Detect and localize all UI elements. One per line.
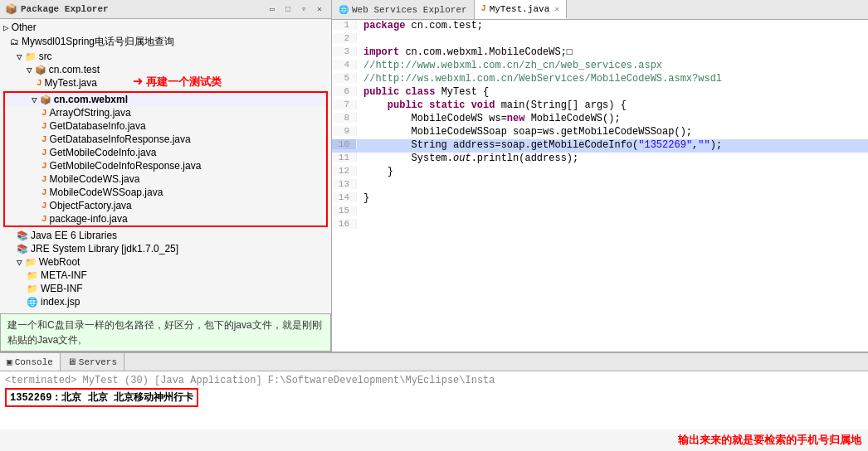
tab-label-mytest-java: MyTest.java <box>490 4 550 14</box>
tree-item-webroot[interactable]: ▽ 📁 WebRoot <box>0 255 331 269</box>
file-tree: ▷ Other 🗂 Mywsdl01Spring电话号归属地查询 ▽ 📁 src <box>0 19 331 313</box>
sidebar-bottom-annotation: 建一个和C盘目录一样的包名路径，好区分，包下的java文件，就是刚刚粘贴的Jav… <box>0 313 331 352</box>
code-line-4: 4 //http://www.webxml.com.cn/zh_cn/web_s… <box>332 60 868 73</box>
tree-item-getdatabaseinforesponse[interactable]: J GetDatabaseInfoResponse.java <box>5 133 326 146</box>
code-line-7: 7 public static void main(String[] args)… <box>332 99 868 113</box>
java-file-icon-1: J <box>41 108 47 118</box>
tree-item-getmobilecodeinforesponse[interactable]: J GetMobileCodeInfoResponse.java <box>5 159 326 172</box>
terminated-text: <terminated> MyTest (30) [Java Applicati… <box>5 375 495 386</box>
tree-item-indexjsp[interactable]: 🌐 index.jsp <box>0 295 331 308</box>
code-line-8: 8 MobileCodeWS ws=new MobileCodeWS(); <box>332 113 868 126</box>
code-line-10: 10 String address=soap.getMobileCodeInfo… <box>332 139 868 153</box>
tree-item-javaee6[interactable]: 📚 Java EE 6 Libraries <box>0 229 331 242</box>
tree-item-src[interactable]: ▽ 📁 src <box>0 50 331 63</box>
code-line-14: 14 } <box>332 192 868 206</box>
mytest-tab-icon: J <box>481 4 486 13</box>
tree-item-mobilecodews[interactable]: J MobileCodeWS.java <box>5 172 326 186</box>
minimize-icon[interactable]: ▭ <box>266 2 279 16</box>
tree-item-webinf[interactable]: 📁 WEB-INF <box>0 282 331 295</box>
tree-item-project[interactable]: 🗂 Mywsdl01Spring电话号归属地查询 <box>0 34 331 50</box>
servers-tab-icon: 🖥 <box>67 356 76 367</box>
tree-item-mytest-wrapper: J MyTest.java ➜ 再建一个测试类 <box>0 76 331 90</box>
tree-item-jre[interactable]: 📚 JRE System Library [jdk1.7.0_25] <box>0 242 331 255</box>
line-number-6: 6 <box>332 86 357 96</box>
src-folder-icon: 📁 <box>25 51 37 62</box>
tree-label-packageinfo: package-info.java <box>50 213 128 225</box>
annotation-text-1: 再建一个测试类 <box>146 75 222 90</box>
lib-icon-2: 📚 <box>17 244 28 255</box>
package-webxml-icon: 📦 <box>40 95 51 105</box>
view-menu-icon[interactable]: ▿ <box>297 2 310 16</box>
tree-item-metainf[interactable]: 📁 META-INF <box>0 269 331 282</box>
maximize-icon[interactable]: □ <box>281 2 295 16</box>
tree-label-webinf: WEB-INF <box>41 283 83 294</box>
tree-item-objectfactory[interactable]: J ObjectFactory.java <box>5 199 326 212</box>
tree-label-metainf: META-INF <box>41 269 87 281</box>
tree-item-getdatabaseinfo[interactable]: J GetDatabaseInfo.java <box>5 119 326 133</box>
close-panel-icon[interactable]: ✕ <box>313 2 326 16</box>
red-arrow-icon: ➜ <box>133 71 143 92</box>
tab-mytest-java[interactable]: J MyTest.java ✕ <box>475 0 568 19</box>
tree-label-src: src <box>39 51 52 62</box>
tab-web-services-explorer[interactable]: 🌐 Web Services Explorer <box>332 0 475 19</box>
line-number-9: 9 <box>332 126 357 136</box>
bottom-annotation-text: 输出来来的就是要检索的手机号归属地 <box>0 429 868 451</box>
tree-label-objectfactory: ObjectFactory.java <box>50 200 132 211</box>
java-file-icon-7: J <box>41 187 47 197</box>
red-box-webxml: ▽ 📦 cn.com.webxml J ArrayOfString.java <box>3 91 328 227</box>
tab-label-web-services-explorer: Web Services Explorer <box>352 5 467 15</box>
line-content-9: MobileCodeWSSoap soap=ws.getMobileCodeWS… <box>357 126 692 138</box>
tree-label-arrayofstring: ArrayOfString.java <box>50 107 131 119</box>
line-number-14: 14 <box>332 192 357 202</box>
console-result-line: 1352269：北京 北京 北京移动神州行卡 <box>5 388 863 407</box>
code-line-1: 1 package cn.com.test; <box>332 20 868 33</box>
line-content-3: import cn.com.webxml.MobileCodeWS;□ <box>357 46 573 58</box>
line-number-1: 1 <box>332 20 357 30</box>
java-file-icon-5: J <box>41 161 47 171</box>
line-number-11: 11 <box>332 153 357 162</box>
java-file-icon-6: J <box>41 174 47 184</box>
java-file-icon-4: J <box>41 148 47 158</box>
tree-label-jre: JRE System Library [jdk1.7.0_25] <box>31 243 178 255</box>
tree-item-cn-com-webxml[interactable]: ▽ 📦 cn.com.webxml <box>5 93 326 106</box>
line-content-8: MobileCodeWS ws=new MobileCodeWS(); <box>357 113 621 124</box>
line-number-4: 4 <box>332 60 357 70</box>
tree-label-getmobilecodeinfo: GetMobileCodeInfo.java <box>50 147 157 158</box>
line-content-1: package cn.com.test; <box>357 20 483 32</box>
chevron-right-icon: ▷ <box>3 22 9 33</box>
tree-label-other: Other <box>12 22 37 33</box>
line-content-12: } <box>357 166 393 177</box>
tree-label-mobilecodewssoap: MobileCodeWSSoap.java <box>50 187 163 198</box>
line-number-5: 5 <box>332 73 357 83</box>
top-area: 📦 Package Explorer ▭ □ ▿ ✕ ▷ Other <box>0 0 868 352</box>
tree-item-arrayofstring[interactable]: J ArrayOfString.java <box>5 106 326 119</box>
annotation-arrow-area: ➜ 再建一个测试类 <box>133 71 222 92</box>
tree-item-getmobilecodeinfo[interactable]: J GetMobileCodeInfo.java <box>5 146 326 159</box>
line-number-16: 16 <box>332 219 357 229</box>
servers-tab-label: Servers <box>79 357 117 367</box>
package-explorer-panel: 📦 Package Explorer ▭ □ ▿ ✕ ▷ Other <box>0 0 332 352</box>
tree-label-getdatabaseinfo: GetDatabaseInfo.java <box>50 120 146 132</box>
package-test-icon: ▽ <box>27 65 32 75</box>
tab-close-mytest[interactable]: ✕ <box>554 4 559 14</box>
java-file-icon-8: J <box>41 201 47 211</box>
console-tab-icon: ▣ <box>7 356 12 367</box>
code-line-6: 6 public class MyTest { <box>332 86 868 99</box>
tab-console[interactable]: ▣ Console <box>0 353 61 371</box>
panel-header-icons: ▭ □ ▿ ✕ <box>266 2 326 16</box>
java-file-icon: J <box>37 78 42 88</box>
line-number-15: 15 <box>332 206 357 216</box>
code-line-11: 11 System.out.println(address); <box>332 153 868 166</box>
web-services-tab-icon: 🌐 <box>339 5 349 15</box>
tree-item-packageinfo[interactable]: J package-info.java <box>5 212 326 226</box>
tree-item-other[interactable]: ▷ Other <box>0 21 331 34</box>
line-number-10: 10 <box>332 139 357 149</box>
tab-servers[interactable]: 🖥 Servers <box>61 353 124 371</box>
tree-label-indexjsp: index.jsp <box>41 296 80 308</box>
tree-item-mobilecodewssoap[interactable]: J MobileCodeWSSoap.java <box>5 186 326 199</box>
tree-label-javaee6: Java EE 6 Libraries <box>31 230 117 241</box>
folder-open-icon-2: ▽ <box>17 257 22 268</box>
metainf-folder-icon: 📁 <box>27 270 38 281</box>
main-editor-panel: 🌐 Web Services Explorer J MyTest.java ✕ … <box>332 0 868 352</box>
code-line-16: 16 <box>332 219 868 232</box>
